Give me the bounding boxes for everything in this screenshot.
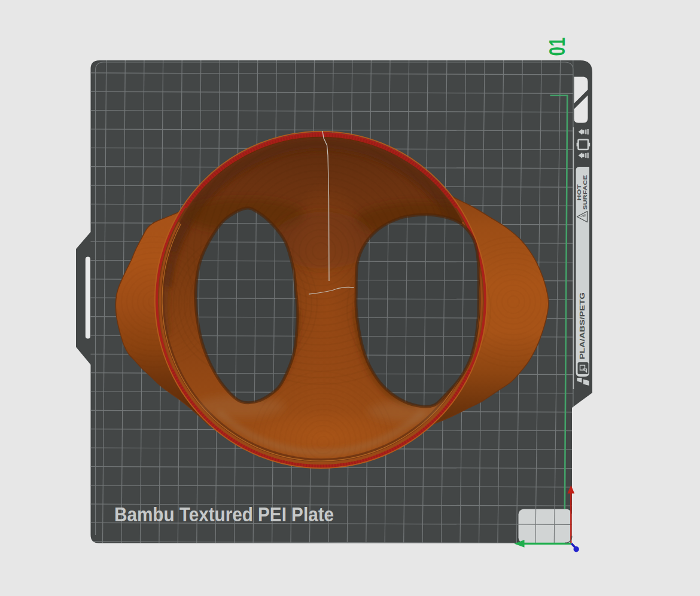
svg-text:Bambu Textured PEI Plate: Bambu Textured PEI Plate — [114, 503, 334, 525]
svg-text:01: 01 — [545, 38, 570, 56]
svg-text:PLA/ABS/PETG: PLA/ABS/PETG — [579, 292, 586, 359]
svg-text:HOT: HOT — [576, 184, 582, 201]
svg-text:SURFACE: SURFACE — [582, 175, 588, 210]
